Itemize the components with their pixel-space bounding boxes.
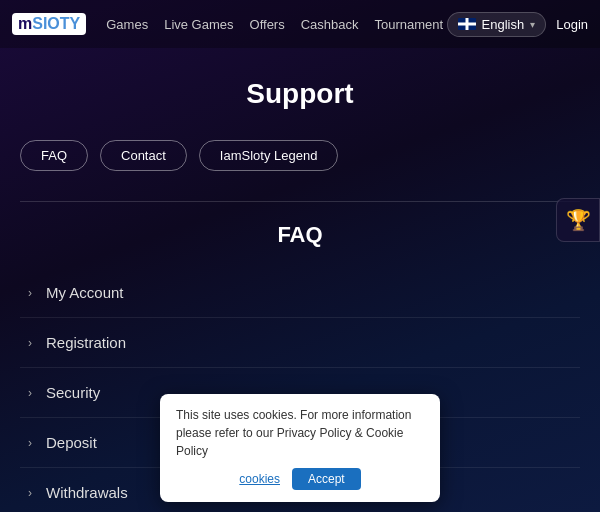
logo-m: m <box>18 15 32 33</box>
chevron-down-icon: ▾ <box>530 19 535 30</box>
cookie-link[interactable]: cookies <box>239 470 280 488</box>
logo[interactable]: m SIOTY <box>12 13 86 35</box>
cookie-accept-button[interactable]: Accept <box>292 468 361 490</box>
nav-links: Games Live Games Offers Cashback Tournam… <box>106 17 446 32</box>
chevron-right-icon: › <box>28 286 32 300</box>
page-title: Support <box>20 78 580 110</box>
language-label: English <box>482 17 525 32</box>
tab-row: FAQ Contact IamSloty Legend <box>20 140 580 171</box>
nav-games[interactable]: Games <box>106 17 148 32</box>
navbar: m SIOTY Games Live Games Offers Cashback… <box>0 0 600 48</box>
chevron-right-icon: › <box>28 436 32 450</box>
tab-iamsloty[interactable]: IamSloty Legend <box>199 140 339 171</box>
nav-tournament[interactable]: Tournament <box>375 17 444 32</box>
faq-item-label: Withdrawals <box>46 484 128 501</box>
nav-right: English ▾ Login <box>447 12 588 37</box>
faq-item-registration[interactable]: › Registration <box>20 318 580 368</box>
nav-offers[interactable]: Offers <box>250 17 285 32</box>
section-divider <box>20 201 580 202</box>
logo-box: m SIOTY <box>12 13 86 35</box>
cookie-actions: cookies Accept <box>176 468 424 490</box>
faq-item-label: My Account <box>46 284 124 301</box>
nav-cashback[interactable]: Cashback <box>301 17 359 32</box>
trophy-button[interactable]: 🏆 <box>556 198 600 242</box>
chevron-right-icon: › <box>28 486 32 500</box>
cookie-text: This site uses cookies. For more informa… <box>176 406 424 460</box>
faq-item-label: Deposit <box>46 434 97 451</box>
faq-item-label: Security <box>46 384 100 401</box>
chevron-right-icon: › <box>28 386 32 400</box>
tab-contact[interactable]: Contact <box>100 140 187 171</box>
login-button[interactable]: Login <box>556 17 588 32</box>
logo-sioty: SIOTY <box>32 15 80 33</box>
faq-item-label: Registration <box>46 334 126 351</box>
faq-title: FAQ <box>20 222 580 248</box>
faq-item-my-account[interactable]: › My Account <box>20 268 580 318</box>
cookie-banner: This site uses cookies. For more informa… <box>160 394 440 502</box>
flag-icon <box>458 18 476 30</box>
nav-live-games[interactable]: Live Games <box>164 17 233 32</box>
chevron-right-icon: › <box>28 336 32 350</box>
tab-faq[interactable]: FAQ <box>20 140 88 171</box>
language-selector[interactable]: English ▾ <box>447 12 547 37</box>
trophy-icon: 🏆 <box>566 208 591 232</box>
